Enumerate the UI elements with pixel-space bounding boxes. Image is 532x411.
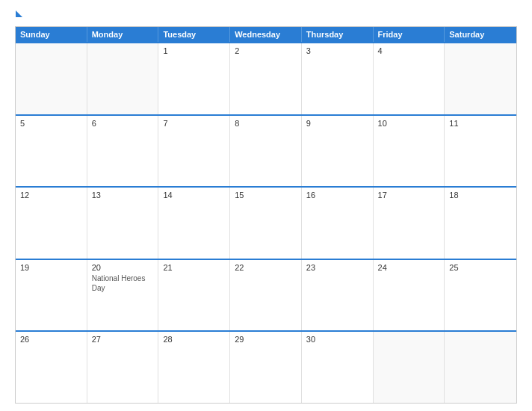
cal-week-5: 2627282930 [16,330,516,403]
cal-cell: 16 [302,188,374,259]
day-number: 14 [163,191,225,200]
cal-cell: 25 [445,260,516,331]
cal-cell: 24 [374,260,445,331]
day-number: 15 [235,191,297,200]
cal-cell: 8 [230,116,302,187]
day-number: 24 [378,263,440,272]
day-number: 20 [92,263,154,272]
day-number: 2 [235,46,297,55]
day-number: 26 [20,335,82,344]
cal-cell: 9 [302,116,374,187]
cal-header-sunday: Sunday [16,27,87,42]
cal-cell: 27 [87,332,159,403]
day-number: 1 [163,46,225,55]
cal-cell: 20National Heroes Day [87,260,159,331]
day-number: 13 [92,191,154,200]
day-number: 23 [306,263,368,272]
cal-week-3: 12131415161718 [16,186,516,259]
logo [15,12,22,17]
cal-cell: 13 [87,188,159,259]
cal-cell: 14 [158,188,230,259]
calendar: SundayMondayTuesdayWednesdayThursdayFrid… [15,26,517,404]
day-number: 10 [378,119,440,128]
day-number: 25 [449,263,512,272]
cal-header-saturday: Saturday [445,27,516,42]
day-number: 21 [163,263,225,272]
day-number: 12 [20,191,82,200]
cal-cell [445,43,516,114]
day-number: 18 [449,191,512,200]
day-number: 16 [306,191,368,200]
cal-cell [87,43,159,114]
cal-cell: 29 [230,332,302,403]
cal-week-2: 567891011 [16,114,516,187]
day-number: 22 [235,263,297,272]
day-event: National Heroes Day [92,274,154,293]
cal-week-4: 1920National Heroes Day2122232425 [16,259,516,331]
cal-cell: 28 [158,332,230,403]
day-number: 8 [235,119,297,128]
cal-cell: 3 [302,43,374,114]
cal-cell: 23 [302,260,374,331]
day-number: 4 [378,46,440,55]
cal-header-monday: Monday [87,27,159,42]
day-number: 17 [378,191,440,200]
cal-cell: 2 [230,43,302,114]
logo-block [15,12,22,17]
day-number: 3 [306,46,368,55]
cal-cell: 21 [158,260,230,331]
cal-cell: 22 [230,260,302,331]
cal-cell: 15 [230,188,302,259]
cal-cell [16,43,87,114]
cal-cell: 18 [445,188,516,259]
cal-week-1: 1234 [16,42,516,114]
cal-header-wednesday: Wednesday [230,27,302,42]
cal-cell: 7 [158,116,230,187]
day-number: 30 [306,335,368,344]
cal-cell: 4 [374,43,445,114]
header [15,12,517,17]
cal-header-friday: Friday [374,27,445,42]
calendar-body: 1234567891011121314151617181920National … [16,42,516,403]
cal-cell [445,332,516,403]
cal-cell: 12 [16,188,87,259]
day-number: 7 [163,119,225,128]
cal-cell: 19 [16,260,87,331]
day-number: 6 [92,119,154,128]
cal-cell: 26 [16,332,87,403]
cal-cell: 5 [16,116,87,187]
cal-cell: 10 [374,116,445,187]
day-number: 11 [449,119,512,128]
cal-cell [374,332,445,403]
cal-header-thursday: Thursday [302,27,374,42]
cal-cell: 17 [374,188,445,259]
day-number: 29 [235,335,297,344]
day-number: 9 [306,119,368,128]
day-number: 19 [20,263,82,272]
cal-header-tuesday: Tuesday [158,27,230,42]
cal-cell: 6 [87,116,159,187]
day-number: 5 [20,119,82,128]
cal-cell: 11 [445,116,516,187]
cal-cell: 1 [158,43,230,114]
logo-top-row [15,12,22,17]
day-number: 28 [163,335,225,344]
cal-cell: 30 [302,332,374,403]
calendar-header-row: SundayMondayTuesdayWednesdayThursdayFrid… [16,27,516,42]
page: SundayMondayTuesdayWednesdayThursdayFrid… [0,0,532,411]
logo-triangle-icon [16,10,22,17]
day-number: 27 [92,335,154,344]
